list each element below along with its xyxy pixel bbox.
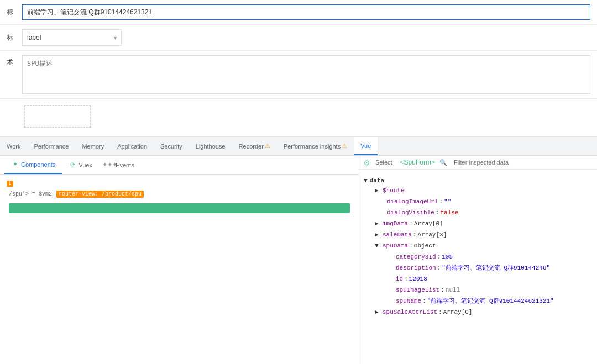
route-toggle: ▶: [375, 186, 380, 196]
tab-performance[interactable]: Performance: [27, 137, 75, 155]
app-window: 标 标 label ▾ 术 Work Performance: [0, 0, 597, 364]
dialogimageurl-key: dialogImageUrl: [387, 197, 438, 207]
id-key: id: [396, 274, 403, 284]
subtab-events[interactable]: ✦✦✦ Events: [99, 156, 141, 174]
textarea-label-char: 术: [7, 55, 18, 67]
data-tree: ▼ data ▶ $route dialogImageUrl : "": [359, 172, 597, 362]
imgdata-colon: :: [409, 219, 413, 229]
main-text-input[interactable]: [22, 4, 590, 20]
spusaleattrlist-colon: :: [438, 307, 442, 317]
imgdata-key: imgData: [383, 219, 408, 229]
data-section-toggle: ▼: [364, 177, 368, 184]
tree-row-dialogvisible[interactable]: dialogVisible : false: [362, 207, 595, 218]
subtab-vuex-label: Vuex: [78, 162, 92, 168]
filter-input[interactable]: [452, 158, 593, 167]
select-button[interactable]: Select: [372, 158, 396, 167]
tab-security-label: Security: [160, 143, 182, 150]
spuname-key: spuName: [396, 296, 421, 306]
component-name-label: <SpuForm>: [400, 159, 435, 166]
tree-row-dialogimageurl[interactable]: dialogImageUrl : "": [362, 196, 595, 207]
subtab-events-label: Events: [116, 162, 134, 168]
select-arrow-icon: ▾: [114, 35, 117, 41]
id-colon: :: [404, 274, 408, 284]
spuimagelist-colon: :: [441, 285, 444, 295]
subtab-components[interactable]: ✦ Components: [4, 156, 62, 174]
data-section-header[interactable]: ▼ data: [362, 176, 595, 185]
imgdata-value: Array[0]: [414, 219, 443, 229]
spuname-value: "前端学习、笔记交流 Q群91014424621321": [427, 296, 554, 306]
tab-recorder[interactable]: Recorder ⚠: [232, 137, 277, 155]
label-select[interactable]: label ▾: [22, 29, 122, 46]
tab-work[interactable]: Work: [0, 137, 27, 155]
tab-vue[interactable]: Vue: [354, 137, 378, 155]
spuimagelist-toggle: [388, 285, 394, 295]
tab-lighthouse[interactable]: Lighthouse: [189, 137, 232, 155]
spuimagelist-key: spuImageList: [396, 285, 439, 295]
description-value: "前端学习、笔记交流 Q群910144246": [442, 263, 550, 273]
main-panel: ✦ Components ⟳ Vuex ✦✦✦ Events t: [0, 156, 597, 364]
category3id-colon: :: [437, 252, 441, 262]
spusaleattrlist-key: spuSaleAttrList: [383, 307, 437, 317]
tab-memory[interactable]: Memory: [75, 137, 111, 155]
component-item-1[interactable]: t: [4, 179, 354, 188]
dialogimageurl-colon: :: [439, 197, 443, 207]
tab-security[interactable]: Security: [154, 137, 189, 155]
id-toggle: [388, 274, 394, 284]
subtab-components-label: Components: [21, 161, 55, 168]
tree-row-id[interactable]: id : 12018: [362, 273, 595, 284]
recorder-warning-icon: ⚠: [265, 143, 270, 150]
tab-performance-insights[interactable]: Performance insights ⚠: [277, 137, 354, 155]
input-label-char: 标: [7, 8, 18, 17]
input-row: 标: [0, 0, 597, 25]
tree-row-imgdata[interactable]: ▶ imgData : Array[0]: [362, 218, 595, 229]
dialogimageurl-value: "": [444, 197, 451, 207]
tree-row-spuimagelist[interactable]: spuImageList : null: [362, 284, 595, 296]
select-value: label: [27, 34, 41, 41]
tree-row-category3id[interactable]: category3Id : 105: [362, 251, 595, 262]
tab-lighthouse-label: Lighthouse: [196, 143, 226, 150]
component-icon: ✦: [11, 161, 19, 168]
saledata-key: saleData: [383, 230, 412, 240]
vue-subtab-bar: ✦ Components ⟳ Vuex ✦✦✦ Events: [0, 156, 359, 175]
tree-row-saledata[interactable]: ▶ saleData : Array[3]: [362, 229, 595, 240]
dialogimageurl-toggle: [379, 197, 385, 207]
saledata-colon: :: [413, 230, 417, 240]
dialogvisible-key: dialogVisible: [387, 208, 434, 218]
data-tree-panel: ▼ data ▶ $route dialogImageUrl : "": [359, 170, 597, 364]
spuname-toggle: [388, 296, 394, 306]
component-item-router[interactable]: /spu'> = $vm2 router-view: /product/spu: [4, 188, 354, 200]
devtools-tab-bar: Work Performance Memory Application Secu…: [0, 137, 597, 156]
tab-recorder-label: Recorder: [239, 143, 264, 150]
tab-application[interactable]: Application: [111, 137, 154, 155]
category3id-value: 105: [442, 252, 453, 262]
tree-row-route[interactable]: ▶ $route: [362, 185, 595, 196]
upload-zone[interactable]: [24, 105, 91, 128]
route-key: $route: [383, 186, 405, 196]
events-icon: ✦✦✦: [106, 161, 113, 169]
upload-row: [0, 99, 597, 136]
tree-row-spusaleattrlist[interactable]: ▶ spuSaleAttrList : Array[0]: [362, 307, 595, 318]
tab-work-label: Work: [7, 143, 20, 150]
form-area: 标 标 label ▾ 术: [0, 0, 597, 137]
tree-row-spuname[interactable]: spuName : "前端学习、笔记交流 Q群91014424621321": [362, 296, 595, 307]
tree-row-spudata[interactable]: ▼ spuData : Object: [362, 240, 595, 251]
spuimagelist-value: null: [446, 285, 460, 295]
vm-label: /spu'> = $vm2: [9, 191, 52, 197]
subtab-vuex[interactable]: ⟳ Vuex: [62, 156, 99, 174]
category3id-key: category3Id: [396, 252, 436, 262]
spudata-colon: :: [409, 241, 413, 251]
saledata-value: Array[3]: [417, 230, 447, 240]
description-textarea[interactable]: [22, 55, 590, 94]
imgdata-toggle: ▶: [375, 219, 380, 229]
component-tree-area: t /spu'> = $vm2 router-view: /product/sp…: [0, 175, 359, 364]
vuex-icon: ⟳: [69, 161, 76, 169]
tree-row-description[interactable]: description : "前端学习、笔记交流 Q群910144246": [362, 262, 595, 273]
tab-memory-label: Memory: [82, 143, 104, 150]
green-progress-bar: [9, 203, 350, 213]
select-cursor-icon: ⊙: [364, 159, 370, 167]
select-row-label: 标: [7, 33, 18, 43]
filter-search-icon: 🔍: [439, 159, 447, 166]
select-button-group: ⊙ Select: [364, 158, 396, 167]
tab-vue-label: Vue: [360, 143, 371, 149]
id-value: 12018: [409, 274, 427, 284]
